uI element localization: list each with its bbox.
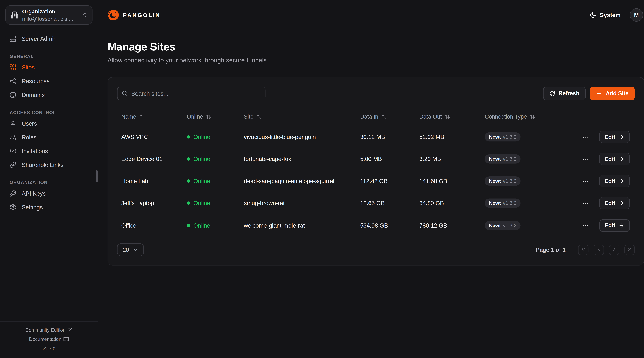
table-header-row: Name Online Site Data In [117,108,635,126]
sidebar-item-roles[interactable]: Roles [6,130,92,144]
column-header-online[interactable]: Online [182,114,240,120]
documentation-link[interactable]: Documentation [0,335,98,344]
column-header-data-in[interactable]: Data In [356,114,415,120]
search-input[interactable] [117,87,266,100]
book-open-icon [63,337,69,342]
next-page-button[interactable] [609,244,620,255]
edit-button[interactable]: Edit [599,197,630,209]
arrow-right-icon [618,200,624,206]
combine-icon [10,64,16,71]
connection-type-badge: Newt v1.3.2 [485,221,521,230]
row-actions-menu-button[interactable] [582,133,589,140]
sidebar-item-users[interactable]: Users [6,117,92,130]
arrow-right-icon [618,134,624,140]
user-icon [10,120,16,127]
data-in-cell: 112.42 GB [356,178,415,184]
sidebar-item-sites[interactable]: Sites [6,60,92,74]
column-header-site[interactable]: Site [240,114,356,120]
key-icon [10,190,16,197]
online-status-dot [187,224,190,227]
site-name-cell: Jeff's Laptop [117,200,182,206]
data-out-cell: 34.80 GB [415,200,480,206]
column-header-data-out[interactable]: Data Out [415,114,480,120]
sidebar-item-label: API Keys [22,190,46,197]
sidebar-item-label: Resources [22,78,50,84]
site-name-cell: Edge Device 01 [117,156,182,162]
data-out-cell: 52.02 MB [415,134,480,140]
users-icon [10,134,16,140]
table-row: Edge Device 01 Online fortunate-cape-fox… [117,148,635,170]
sidebar-item-resources[interactable]: Resources [6,74,92,88]
site-slug-cell: welcome-giant-mole-rat [240,222,356,229]
edit-button[interactable]: Edit [599,153,630,165]
user-avatar[interactable]: M [630,8,643,22]
sidebar-scrollbar-thumb[interactable] [96,170,98,182]
sites-card: Refresh Add Site Name Online [108,77,644,266]
page-size-select[interactable]: 20 [117,243,144,256]
sidebar-section-general: GENERAL [10,54,88,59]
sidebar-nav: Server Admin GENERAL Sites Resources Dom… [0,32,98,214]
add-site-button[interactable]: Add Site [590,87,635,100]
sidebar-section-organization: ORGANIZATION [10,180,88,185]
row-actions-menu-button[interactable] [582,199,589,207]
sidebar-item-label: Domains [22,91,45,98]
gear-icon [10,204,16,210]
org-selector-value: milo@fossorial.io's ... [22,16,73,22]
row-actions-menu-button[interactable] [582,156,589,163]
sort-icon [530,114,535,120]
site-name-cell: AWS VPC [117,134,182,140]
row-actions-menu-button[interactable] [582,222,589,229]
sidebar-item-invitations[interactable]: Invitations [6,144,92,158]
sidebar-item-shareable-links[interactable]: Shareable Links [6,158,92,172]
moon-icon [590,12,596,18]
chevrons-left-icon [580,246,586,253]
refresh-icon [549,91,555,96]
column-header-connection-type[interactable]: Connection Type [480,114,576,120]
sort-icon [445,114,450,120]
site-slug-cell: smug-brown-rat [240,200,356,206]
table-body: AWS VPC Online vivacious-little-blue-pen… [117,126,635,236]
sidebar-item-label: Roles [22,134,36,140]
data-in-cell: 12.65 GB [356,200,415,206]
sidebar-item-api-keys[interactable]: API Keys [6,186,92,200]
arrow-right-icon [618,222,624,228]
site-slug-cell: fortunate-cape-fox [240,156,356,162]
data-out-cell: 3.20 MB [415,156,480,162]
refresh-button[interactable]: Refresh [543,87,586,100]
sort-icon [139,114,145,120]
sort-icon [381,114,386,120]
prev-page-button[interactable] [594,244,604,255]
org-selector[interactable]: Organization milo@fossorial.io's ... [6,5,92,24]
connection-type-cell: Newt v1.3.2 [480,198,576,208]
sidebar-item-server-admin[interactable]: Server Admin [6,32,92,45]
online-status-cell: Online [182,222,240,229]
column-header-name[interactable]: Name [117,114,182,120]
edit-button[interactable]: Edit [599,175,630,187]
community-edition-link[interactable]: Community Edition [0,325,98,335]
theme-toggle[interactable]: System [590,12,621,18]
row-actions-menu-button[interactable] [582,178,589,184]
edit-button[interactable]: Edit [599,131,630,143]
link-icon [10,161,16,168]
sidebar-item-settings[interactable]: Settings [6,200,92,214]
main-area: PANGOLIN System M Manage Sites Allow con… [98,0,644,358]
sidebar-item-label: Users [22,120,37,127]
sidebar-item-label: Settings [22,204,43,210]
edit-button[interactable]: Edit [599,219,630,232]
chevrons-up-down-icon [82,12,88,18]
last-page-button[interactable] [624,244,635,255]
external-link-icon [68,327,73,332]
first-page-button[interactable] [578,244,588,255]
sidebar-item-label: Invitations [22,148,48,154]
share-icon [10,78,16,84]
brand-logo[interactable]: PANGOLIN [108,9,160,21]
pangolin-logo-icon [108,9,119,21]
page-title: Manage Sites [108,40,644,53]
sort-icon [206,114,211,120]
online-status-cell: Online [182,178,240,184]
org-selector-title: Organization [22,8,55,15]
connection-type-cell: Newt v1.3.2 [480,132,576,142]
online-status-dot [187,201,190,205]
sidebar-item-domains[interactable]: Domains [6,88,92,102]
site-slug-cell: vivacious-little-blue-penguin [240,134,356,140]
